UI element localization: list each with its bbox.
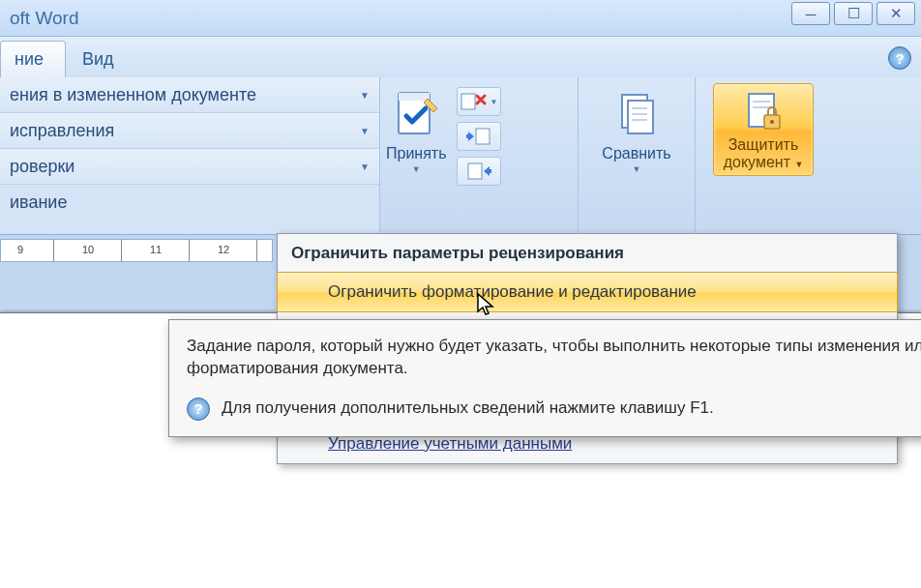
changes-mini-buttons: ▼ — [457, 87, 501, 191]
protect-document-icon — [741, 90, 786, 134]
chevron-down-icon: ▼ — [360, 126, 370, 136]
display-for-review[interactable]: ения в измененном документе▼ — [0, 77, 379, 113]
reject-button[interactable]: ▼ — [457, 87, 501, 116]
accept-icon — [389, 87, 443, 141]
chevron-down-icon: ▼ — [633, 164, 641, 174]
previous-change-button[interactable] — [457, 122, 501, 151]
compare-group: Сравнить ▼ — [579, 77, 696, 234]
tab-review[interactable]: ние — [0, 41, 66, 77]
tooltip: Задание пароля, который нужно будет указ… — [168, 319, 921, 437]
tooltip-help: Для получения дополнительных сведений на… — [222, 397, 714, 420]
accept-button[interactable]: Принять ▼ — [386, 87, 447, 174]
chevron-down-icon: ▼ — [490, 98, 498, 106]
protect-group: Защитить документ ▼ — [696, 77, 831, 234]
menu-section-header: Ограничить параметры рецензирования — [278, 234, 897, 273]
svg-rect-6 — [628, 101, 653, 133]
ribbon-tabs: ние Вид ? — [0, 37, 921, 77]
chevron-down-icon: ▼ — [360, 90, 370, 101]
maximize-button[interactable]: ☐ — [834, 2, 873, 25]
changes-group: Принять ▼ ▼ — [380, 77, 579, 234]
compare-button[interactable]: Сравнить ▼ — [602, 87, 670, 174]
window-titlebar: oft Word ─ ☐ ✕ — [0, 0, 921, 37]
compare-icon — [614, 87, 659, 141]
tab-view[interactable]: Вид — [68, 41, 136, 77]
reviewing-pane[interactable]: роверки▼ — [0, 149, 379, 185]
tooltip-body: Задание пароля, который нужно будет указ… — [187, 336, 921, 380]
svg-rect-1 — [399, 93, 430, 101]
chevron-down-icon: ▼ — [360, 162, 370, 172]
ribbon: ения в измененном документе▼ исправления… — [0, 77, 921, 235]
close-button[interactable]: ✕ — [876, 2, 915, 25]
horizontal-ruler[interactable]: 9 10 11 12 — [0, 239, 273, 262]
next-change-button[interactable] — [457, 157, 501, 186]
svg-rect-4 — [468, 163, 482, 179]
svg-rect-3 — [476, 129, 490, 144]
help-icon: ? — [187, 397, 210, 421]
help-icon[interactable]: ? — [888, 46, 911, 70]
menu-restrict-formatting[interactable]: Ограничить форматирование и редактирован… — [277, 272, 898, 312]
minimize-button[interactable]: ─ — [791, 2, 830, 25]
chevron-down-icon: ▼ — [794, 160, 803, 169]
tracking-panel: ения в измененном документе▼ исправления… — [0, 77, 380, 234]
svg-point-14 — [770, 120, 774, 124]
tracking-label: ивание — [0, 185, 379, 234]
svg-rect-2 — [461, 94, 475, 109]
show-markup[interactable]: исправления▼ — [0, 113, 379, 149]
window-title: oft Word — [10, 8, 78, 29]
window-controls: ─ ☐ ✕ — [787, 2, 915, 25]
protect-document-button[interactable]: Защитить документ ▼ — [713, 83, 815, 176]
chevron-down-icon: ▼ — [412, 164, 421, 174]
